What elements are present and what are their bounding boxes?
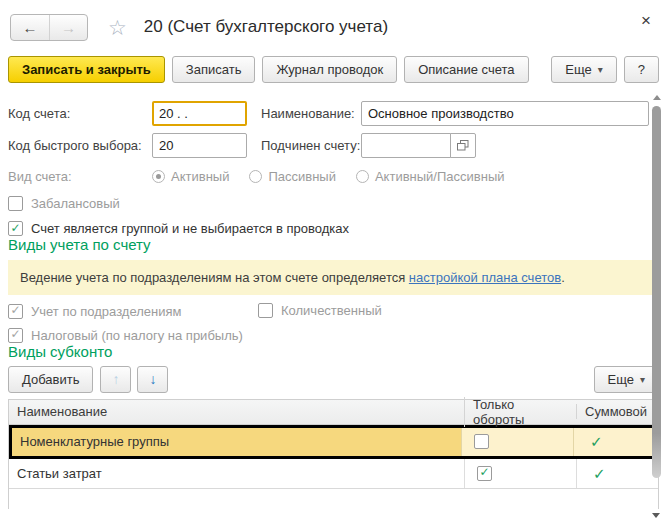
check-icon: ✓ bbox=[479, 466, 489, 478]
tax-checkbox-box: ✓ bbox=[8, 328, 23, 343]
offbalance-checkbox-label: Забалансовый bbox=[31, 196, 120, 211]
more-button-label: Еще bbox=[565, 62, 591, 77]
departments-checkbox-box: ✓ bbox=[8, 304, 23, 319]
radio-active-passive-label: Активный/Пассивный bbox=[375, 169, 505, 184]
scroll-down-icon[interactable] bbox=[652, 513, 660, 518]
close-icon[interactable]: × bbox=[641, 12, 651, 29]
table-more-button[interactable]: Еще ▾ bbox=[594, 366, 659, 393]
quantitative-checkbox-label: Количественный bbox=[281, 303, 382, 318]
column-header-summ[interactable]: Суммовой bbox=[576, 404, 658, 419]
name-input[interactable] bbox=[361, 101, 649, 126]
tax-checkbox-label: Налоговый (по налогу на прибыль) bbox=[31, 328, 243, 343]
row-name-text: Статьи затрат bbox=[17, 466, 102, 481]
help-button[interactable]: ? bbox=[624, 56, 659, 83]
check-icon: ✓ bbox=[10, 222, 20, 234]
table-header: Наименование Только обороты Суммовой bbox=[9, 400, 658, 425]
info-text-suffix: . bbox=[561, 270, 565, 285]
forward-icon: → bbox=[61, 19, 76, 36]
move-up-button[interactable]: ↑ bbox=[100, 366, 131, 393]
account-code-input[interactable] bbox=[152, 101, 247, 126]
more-button[interactable]: Еще ▾ bbox=[551, 56, 616, 83]
is-group-checkbox[interactable]: ✓ Счет является группой и не выбирается … bbox=[8, 221, 349, 236]
radio-active-dot bbox=[152, 170, 165, 183]
quantitative-checkbox-box bbox=[258, 303, 273, 318]
accounting-section-title: Виды учета по счету bbox=[8, 236, 659, 253]
row-summ-cell: ✓ bbox=[573, 428, 655, 456]
radio-active-passive-dot bbox=[356, 170, 369, 183]
save-button[interactable]: Записать bbox=[172, 56, 256, 83]
radio-active-passive[interactable]: Активный/Пассивный bbox=[356, 169, 505, 184]
toolbar: Записать и закрыть Записать Журнал прово… bbox=[0, 46, 667, 91]
is-group-checkbox-label: Счет является группой и не выбирается в … bbox=[31, 221, 349, 236]
title-bar: ← → ☆ 20 (Счет бухгалтерского учета) × bbox=[0, 0, 667, 46]
favorite-star-icon[interactable]: ☆ bbox=[108, 17, 127, 38]
info-text: Ведение учета по подразделениям на этом … bbox=[20, 270, 409, 285]
is-group-checkbox-box: ✓ bbox=[8, 221, 23, 236]
column-header-name[interactable]: Наименование bbox=[9, 404, 464, 419]
account-code-label: Код счета: bbox=[8, 106, 152, 121]
chevron-down-icon: ▾ bbox=[640, 374, 645, 385]
row-only-turnovers-cell bbox=[461, 428, 573, 456]
radio-active-label: Активный bbox=[171, 169, 229, 184]
table-more-label: Еще bbox=[608, 372, 634, 387]
tax-checkbox[interactable]: ✓ Налоговый (по налогу на прибыль) bbox=[8, 328, 243, 343]
chart-settings-link[interactable]: настройкой плана счетов bbox=[409, 270, 561, 285]
nav-button-group: ← → bbox=[10, 14, 88, 41]
departments-checkbox-label: Учет по подразделениям bbox=[31, 304, 181, 319]
only-turnovers-checkbox[interactable]: ✓ bbox=[477, 466, 492, 481]
row-name-cell: Номенклатурные группы bbox=[12, 428, 461, 456]
table-row[interactable]: Номенклатурные группы ✓ bbox=[9, 425, 658, 459]
parent-account-input[interactable] bbox=[361, 133, 451, 158]
table-row[interactable]: Статьи затрат ✓ ✓ bbox=[9, 459, 658, 489]
radio-passive-dot bbox=[249, 170, 262, 183]
check-icon: ✓ bbox=[10, 328, 20, 340]
save-and-close-button[interactable]: Записать и закрыть bbox=[8, 56, 165, 83]
summ-check-icon: ✓ bbox=[590, 434, 603, 449]
move-down-button[interactable]: ↓ bbox=[137, 366, 168, 393]
scroll-up-icon[interactable] bbox=[653, 95, 661, 100]
row-only-turnovers-cell: ✓ bbox=[464, 459, 576, 488]
forward-button[interactable]: → bbox=[49, 15, 87, 40]
check-icon: ✓ bbox=[10, 304, 20, 316]
radio-active[interactable]: Активный bbox=[152, 169, 229, 184]
chevron-down-icon: ▾ bbox=[598, 64, 603, 75]
parent-account-combo bbox=[361, 133, 476, 158]
radio-passive[interactable]: Пассивный bbox=[249, 169, 336, 184]
arrow-up-icon: ↑ bbox=[112, 371, 119, 387]
name-label: Наименование: bbox=[261, 106, 361, 121]
subconto-section-title: Виды субконто bbox=[8, 343, 659, 360]
column-header-only-turnovers[interactable]: Только обороты bbox=[464, 397, 576, 427]
offbalance-checkbox-box bbox=[8, 196, 23, 211]
radio-passive-label: Пассивный bbox=[268, 169, 336, 184]
add-button[interactable]: Добавить bbox=[8, 366, 93, 393]
scrollbar-thumb[interactable] bbox=[652, 106, 661, 478]
account-kind-label: Вид счета: bbox=[8, 169, 152, 184]
vertical-scrollbar[interactable] bbox=[651, 95, 662, 520]
offbalance-checkbox[interactable]: Забалансовый bbox=[8, 196, 120, 211]
arrow-down-icon: ↓ bbox=[149, 371, 156, 387]
row-name-text: Номенклатурные группы bbox=[20, 434, 169, 449]
departments-checkbox[interactable]: ✓ Учет по подразделениям bbox=[8, 304, 181, 319]
account-description-button[interactable]: Описание счета bbox=[404, 56, 528, 83]
quantitative-checkbox[interactable]: Количественный bbox=[258, 303, 382, 318]
quick-code-label: Код быстрого выбора: bbox=[8, 138, 152, 153]
only-turnovers-checkbox[interactable] bbox=[474, 434, 489, 449]
back-icon: ← bbox=[23, 19, 38, 36]
journal-button[interactable]: Журнал проводок bbox=[262, 56, 397, 83]
choose-icon bbox=[457, 140, 469, 151]
back-button[interactable]: ← bbox=[11, 15, 49, 40]
info-panel: Ведение учета по подразделениям на этом … bbox=[8, 260, 659, 295]
row-name-cell: Статьи затрат bbox=[9, 459, 464, 488]
subconto-table: Наименование Только обороты Суммовой Ном… bbox=[8, 399, 659, 509]
page-title: 20 (Счет бухгалтерского учета) bbox=[144, 17, 388, 37]
subconto-command-bar: Добавить ↑ ↓ Еще ▾ bbox=[8, 366, 659, 393]
summ-check-icon: ✓ bbox=[593, 466, 606, 481]
quick-code-input[interactable] bbox=[152, 133, 247, 158]
row-summ-cell: ✓ bbox=[576, 459, 658, 488]
choose-button[interactable] bbox=[450, 133, 476, 158]
parent-account-label: Подчинен счету: bbox=[261, 138, 361, 153]
